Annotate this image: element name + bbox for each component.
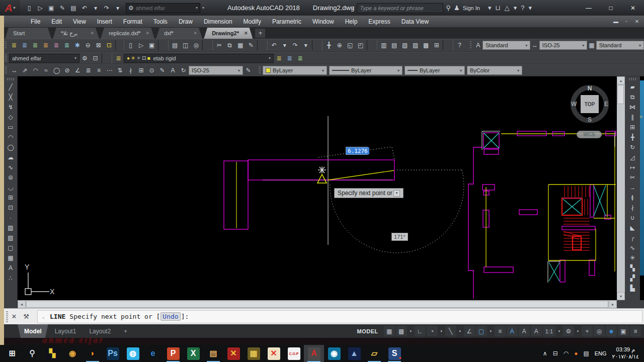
shareit[interactable]: ◍ [123, 345, 143, 362]
toolbar-grip[interactable] [7, 78, 14, 80]
bring-to-front-icon[interactable]: ▚ [626, 263, 638, 273]
ortho-mode-icon[interactable]: ∟ [415, 326, 426, 336]
workspace-switching-icon[interactable]: ⚙ [563, 326, 574, 336]
new-icon[interactable]: ▯ [24, 3, 34, 13]
lineweight-select[interactable]: ByLayer ▾ [405, 66, 465, 75]
isolate-objects-icon[interactable]: ◎ [594, 326, 605, 336]
snap-mode-icon[interactable]: ▦ [384, 326, 395, 336]
revision-cloud-icon[interactable]: ☁ [5, 152, 17, 162]
isodraft-caret-icon[interactable]: ▾ [457, 326, 463, 336]
designcenter-icon[interactable]: ▤ [389, 40, 399, 50]
layer-off-icon[interactable]: ⊖ [83, 40, 93, 50]
lineweight-icon[interactable]: ≡ [495, 326, 506, 336]
search-button[interactable]: ⚲ [22, 345, 42, 362]
ellipse-icon[interactable]: ⊜ [5, 172, 17, 183]
chamfer-icon[interactable]: ◣ [626, 223, 638, 233]
object-snap-tracking-icon[interactable]: ∠ [464, 326, 475, 336]
drawing-canvas[interactable]: Y X [18, 76, 617, 300]
dynamic-input-field[interactable]: 6.1276 [346, 147, 368, 155]
annotation-autoscale-icon[interactable]: A [519, 326, 530, 336]
undo-icon[interactable]: ↶ [269, 40, 279, 50]
array-icon[interactable]: ⊞ [626, 122, 638, 132]
toolbar-grip[interactable] [470, 41, 471, 49]
linear-dimension-icon[interactable]: ↔ [9, 65, 20, 75]
quick-dimension-icon[interactable]: ≣ [83, 65, 94, 75]
undo-option[interactable]: Undo [160, 312, 180, 321]
zoom-window-icon[interactable]: ◱ [345, 40, 355, 50]
zoom-realtime-icon[interactable]: ⊕ [334, 40, 345, 50]
gradient-icon[interactable]: ▧ [5, 233, 17, 243]
signin-caret-icon[interactable]: ▾ [488, 4, 492, 12]
match-properties-icon[interactable]: ✎ [246, 40, 256, 50]
dimension-space-icon[interactable]: ⇅ [115, 65, 125, 75]
dimension-text-edit-icon[interactable]: A [168, 65, 178, 75]
customization-plus-icon[interactable]: + [582, 326, 593, 336]
media-player[interactable]: ◉ [324, 345, 344, 362]
plot-icon[interactable]: ▤ [170, 40, 180, 50]
tab-close-icon[interactable]: ✕ [146, 31, 150, 36]
angular-dimension-icon[interactable]: ∠ [72, 65, 83, 75]
paste-icon[interactable]: ▦ [235, 40, 246, 50]
a360-caret-icon[interactable]: ▾ [514, 4, 517, 12]
polyline-icon[interactable]: ↯ [5, 102, 17, 112]
jogged-dimension-icon[interactable]: ≈ [41, 65, 51, 75]
vertical-scroll-thumb[interactable] [617, 85, 624, 104]
doc-restore-icon[interactable]: ▫ [623, 19, 629, 24]
annotation-visibility-icon[interactable]: A [507, 326, 518, 336]
cut-icon[interactable]: ✂ [214, 40, 224, 50]
spline-icon[interactable]: ∿ [5, 162, 17, 172]
gold-grid-app[interactable]: ▦ [244, 345, 264, 362]
object-color-select[interactable]: ByLayer ▾ [263, 66, 327, 75]
undo-caret-icon[interactable]: ▾ [91, 3, 101, 13]
help-icon[interactable]: ? [521, 4, 524, 12]
plot-icon[interactable]: ▤ [68, 3, 78, 13]
game-red-x[interactable]: ✕ [223, 345, 244, 362]
viewcube[interactable]: N W E S TOP [571, 85, 609, 123]
table-style-icon[interactable]: ▦ [587, 40, 596, 50]
linetype-select[interactable]: ByLayer ▾ [329, 66, 403, 75]
firefox[interactable]: ◗ [83, 345, 103, 362]
point-icon[interactable]: ∙ [5, 213, 17, 223]
arc-icon[interactable]: ◠ [5, 132, 17, 142]
download-manager-icon[interactable]: ● [574, 350, 578, 357]
text-style-icon[interactable]: A [473, 40, 482, 50]
annotation-scale-icon[interactable]: A [531, 326, 542, 336]
line-icon[interactable]: ╱ [5, 82, 17, 92]
isometric-drafting-icon[interactable]: ╲ [445, 326, 456, 336]
minimize-icon[interactable]: — [578, 0, 600, 16]
search-expand-icon[interactable]: ▸ [351, 6, 354, 11]
chrome[interactable]: ◉ [62, 345, 83, 362]
erase-icon[interactable]: ▰ [626, 82, 638, 92]
horizontal-scrollbar[interactable]: ◂ ▸ [18, 300, 617, 308]
snap-caret-icon[interactable]: ▾ [408, 326, 414, 336]
scale-icon[interactable]: ◿ [626, 152, 638, 162]
redo-icon[interactable]: ↷ [290, 40, 300, 50]
plot-style-select[interactable]: ByColor ▾ [467, 66, 522, 75]
open-icon[interactable]: ▷ [136, 40, 146, 50]
sign-in-button[interactable]: Sign In [463, 5, 480, 11]
zoom-previous-icon[interactable]: ◰ [355, 40, 366, 50]
new-layout-tab[interactable]: + [117, 324, 134, 338]
polar-tracking-icon[interactable]: ◔ [427, 326, 438, 336]
tolerance-icon[interactable]: ⊞ [136, 65, 146, 75]
move-icon[interactable]: ╋ [626, 132, 638, 142]
scroll-down-icon[interactable]: ▾ [617, 292, 625, 300]
copy-icon[interactable]: ⧉ [626, 92, 638, 102]
layer-states-icon[interactable]: ≣ [295, 53, 305, 63]
keyword-search-input[interactable] [357, 3, 443, 13]
tooltip-options-button[interactable]: ▾ [393, 190, 400, 197]
scale-caret-icon[interactable]: ▾ [556, 326, 562, 336]
toolbar-grip[interactable] [5, 66, 7, 74]
file-explorer[interactable]: ▱ [364, 345, 384, 362]
save-icon[interactable]: ▣ [46, 3, 56, 13]
quickcalc-icon[interactable]: ⊞ [431, 40, 442, 50]
viewcube-east[interactable]: E [604, 101, 608, 108]
draw-order-icon[interactable]: ▙ [626, 283, 638, 293]
qat-customize-icon[interactable]: ▾ [202, 6, 204, 10]
send-to-back-icon[interactable]: ▞ [626, 273, 638, 283]
toolbar-grip[interactable] [259, 66, 261, 74]
new-icon[interactable]: ▯ [125, 40, 136, 50]
application-menu-button[interactable]: A ▾ [0, 0, 20, 16]
tool-palettes-icon[interactable]: ▧ [399, 40, 410, 50]
hardware-acceleration-icon[interactable]: ● [606, 326, 617, 336]
